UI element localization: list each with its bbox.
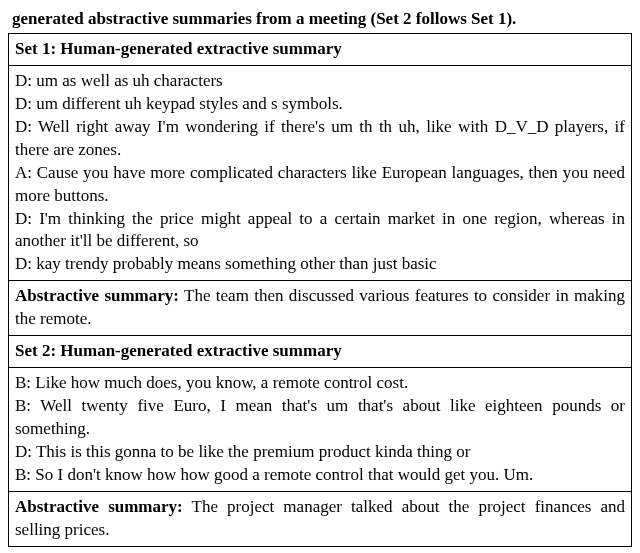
utterance: B: So I don't know how how good a remote… [15, 464, 625, 487]
set2-abstractive: Abstractive summary: The project manager… [9, 491, 632, 546]
utterance: D: I'm thinking the price might appeal t… [15, 208, 625, 254]
set1-utterances: D: um as well as uh characters D: um dif… [9, 65, 632, 280]
set2-utterances: B: Like how much does, you know, a remot… [9, 368, 632, 492]
table-caption: generated abstractive summaries from a m… [8, 8, 632, 31]
utterance: D: um different uh keypad styles and s s… [15, 93, 625, 116]
utterance: A: Cause you have more complicated chara… [15, 162, 625, 208]
abstractive-label: Abstractive summary: [15, 286, 179, 305]
summary-table: Set 1: Human-generated extractive summar… [8, 33, 632, 547]
utterance: D: This is this gonna to be like the pre… [15, 441, 625, 464]
set1-abstractive: Abstractive summary: The team then discu… [9, 281, 632, 336]
utterance: D: kay trendy probably means something o… [15, 253, 625, 276]
utterance: D: um as well as uh characters [15, 70, 625, 93]
utterance: D: Well right away I'm wondering if ther… [15, 116, 625, 162]
set1-header: Set 1: Human-generated extractive summar… [9, 33, 632, 65]
abstractive-label: Abstractive summary: [15, 497, 183, 516]
set2-header: Set 2: Human-generated extractive summar… [9, 336, 632, 368]
utterance: B: Like how much does, you know, a remot… [15, 372, 625, 395]
utterance: B: Well twenty five Euro, I mean that's … [15, 395, 625, 441]
